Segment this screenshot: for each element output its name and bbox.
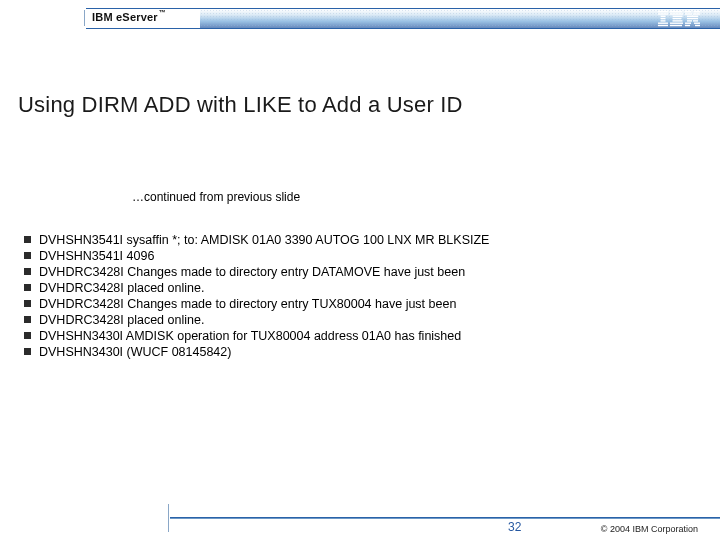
- list-item-text: DVHDRC3428I placed online.: [39, 280, 204, 296]
- brand-label: IBM eServer™: [92, 11, 165, 23]
- bullet-icon: [24, 284, 31, 291]
- page-number: 32: [508, 520, 521, 534]
- bullet-icon: [24, 348, 31, 355]
- list-item: DVHSHN3430I (WUCF 08145842): [24, 344, 696, 360]
- svg-rect-23: [693, 20, 698, 21]
- footer-rule-shadow: [170, 518, 720, 519]
- header-rule-bottom: [86, 28, 720, 29]
- list-item: DVHDRC3428I placed online.: [24, 312, 696, 328]
- svg-rect-27: [695, 25, 700, 26]
- copyright-label: © 2004 IBM Corporation: [601, 524, 698, 534]
- list-item: DVHSHN3541I 4096: [24, 248, 696, 264]
- svg-rect-11: [673, 18, 682, 19]
- svg-rect-24: [685, 23, 691, 24]
- bullet-icon: [24, 236, 31, 243]
- ibm-logo-icon: [658, 11, 700, 27]
- list-item: DVHDRC3428I Changes made to directory en…: [24, 296, 696, 312]
- svg-rect-5: [661, 20, 666, 21]
- continued-note: …continued from previous slide: [132, 190, 300, 204]
- list-item-text: DVHSHN3541I sysaffin *; to: AMDISK 01A0 …: [39, 232, 489, 248]
- brand-pre: IBM e: [92, 11, 122, 23]
- bullet-icon: [24, 300, 31, 307]
- header-rule-top: [86, 8, 720, 9]
- svg-rect-16: [694, 11, 700, 12]
- svg-rect-9: [670, 13, 683, 14]
- bullet-icon: [24, 252, 31, 259]
- list-item-text: DVHSHN3430I AMDISK operation for TUX8000…: [39, 328, 461, 344]
- svg-rect-12: [673, 20, 683, 21]
- brand-tm: ™: [159, 9, 166, 16]
- page-title: Using DIRM ADD with LIKE to Add a User I…: [18, 92, 463, 118]
- footer-tick: [168, 504, 169, 532]
- svg-rect-4: [661, 18, 666, 19]
- svg-rect-1: [658, 11, 668, 12]
- svg-rect-3: [661, 16, 666, 17]
- list-item: DVHSHN3541I sysaffin *; to: AMDISK 01A0 …: [24, 232, 696, 248]
- svg-rect-21: [687, 18, 698, 19]
- svg-rect-6: [658, 23, 668, 24]
- list-item: DVHDRC3428I placed online.: [24, 280, 696, 296]
- header-tick: [84, 10, 85, 26]
- bullet-icon: [24, 268, 31, 275]
- brand-post: Server: [122, 11, 157, 23]
- svg-rect-25: [694, 23, 700, 24]
- svg-rect-13: [670, 23, 683, 24]
- list-item: DVHDRC3428I Changes made to directory en…: [24, 264, 696, 280]
- bullet-icon: [24, 332, 31, 339]
- svg-rect-15: [685, 11, 691, 12]
- bullet-icon: [24, 316, 31, 323]
- message-list: DVHSHN3541I sysaffin *; to: AMDISK 01A0 …: [24, 232, 696, 360]
- svg-rect-26: [685, 25, 690, 26]
- svg-rect-2: [658, 13, 668, 14]
- list-item-text: DVHDRC3428I Changes made to directory en…: [39, 264, 465, 280]
- header-texture: [200, 9, 720, 28]
- svg-rect-17: [685, 13, 692, 14]
- list-item-text: DVHSHN3541I 4096: [39, 248, 154, 264]
- list-item-text: DVHDRC3428I Changes made to directory en…: [39, 296, 456, 312]
- svg-rect-18: [693, 13, 700, 14]
- svg-rect-22: [687, 20, 692, 21]
- list-item-text: DVHDRC3428I placed online.: [39, 312, 204, 328]
- list-item: DVHSHN3430I AMDISK operation for TUX8000…: [24, 328, 696, 344]
- svg-rect-7: [658, 25, 668, 26]
- svg-rect-8: [670, 11, 682, 12]
- svg-rect-20: [692, 16, 698, 17]
- svg-rect-14: [670, 25, 682, 26]
- header-bar: IBM eServer™: [0, 8, 720, 30]
- list-item-text: DVHSHN3430I (WUCF 08145842): [39, 344, 231, 360]
- svg-rect-10: [673, 16, 683, 17]
